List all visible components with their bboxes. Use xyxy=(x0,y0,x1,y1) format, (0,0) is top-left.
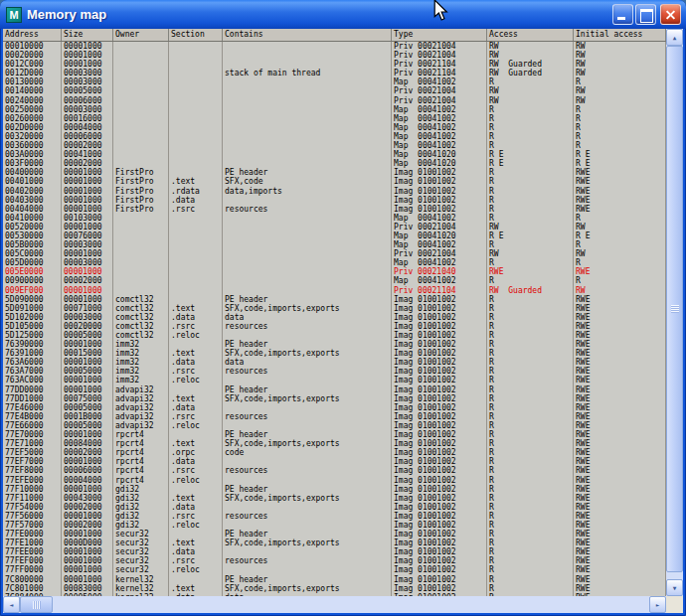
cell-owner: comctl32 xyxy=(113,331,169,340)
table-row[interactable]: 003F000000002000Map 00041020R ER E xyxy=(3,159,666,168)
title-bar[interactable]: M Memory map xyxy=(0,0,686,29)
table-row[interactable]: 77F1100000043000gdi32.textSFX,code,impor… xyxy=(3,494,666,503)
table-row[interactable]: 005E000000001000Priv 00021040RWERWE xyxy=(3,267,666,276)
table-row[interactable]: 77FE000000001000secur32PE headerImag 010… xyxy=(3,530,666,539)
cell-owner xyxy=(113,231,169,240)
cell-owner: rpcrt4 xyxy=(113,476,169,485)
table-row[interactable]: 0025000000003000Map 00041002RR xyxy=(3,105,666,114)
scroll-right-icon[interactable]: ► xyxy=(649,596,666,613)
table-row[interactable]: 0036000000002000Map 00041002RR xyxy=(3,141,666,150)
cell-address: 005E0000 xyxy=(3,267,62,276)
table-row[interactable]: 77FF000000001000secur32.relocImag 010010… xyxy=(3,565,666,574)
table-row[interactable]: 77F1000000001000gdi32PE headerImag 01001… xyxy=(3,485,666,494)
table-row[interactable]: 77EF800000006000rpcrt4.rsrcresourcesImag… xyxy=(3,466,666,475)
cell-owner: gdi32 xyxy=(113,512,169,521)
table-row[interactable]: 0040300000001000FirstPro.dataImag 010010… xyxy=(3,196,666,205)
cell-owner: comctl32 xyxy=(113,295,169,304)
scroll-left-icon[interactable]: ◄ xyxy=(3,596,20,613)
cell-type: Imag 01001002 xyxy=(392,466,487,475)
table-row[interactable]: 763A600000001000imm32.datadataImag 01001… xyxy=(3,358,666,367)
table-row[interactable]: 77EF700000001000rpcrt4.dataImag 01001002… xyxy=(3,457,666,466)
table-row[interactable]: 7639000000001000imm32PE headerImag 01001… xyxy=(3,340,666,349)
horizontal-scroll-track[interactable] xyxy=(20,596,649,613)
minimize-button[interactable] xyxy=(612,4,633,25)
column-header-size[interactable]: Size xyxy=(62,29,113,41)
scroll-up-icon[interactable]: ▲ xyxy=(666,29,683,46)
table-row[interactable]: 77E4600000005000advapi32.dataImag 010010… xyxy=(3,403,666,412)
horizontal-scroll-thumb[interactable] xyxy=(20,596,53,613)
table-row[interactable]: 77DD100000075000advapi32.textSFX,code,im… xyxy=(3,394,666,403)
table-row[interactable]: 0014000000005000Priv 00021004RWRW xyxy=(3,86,666,95)
table-row[interactable]: 763A700000005000imm32.rsrcresourcesImag … xyxy=(3,367,666,376)
table-row[interactable]: 77F5400000002000gdi32.dataImag 01001002R… xyxy=(3,503,666,512)
table-row[interactable]: 0024000000006000Priv 00021004RWRW xyxy=(3,96,666,105)
table-row[interactable]: 77FE10000000D000secur32.textSFX,code,imp… xyxy=(3,539,666,547)
cell-size: 00001000 xyxy=(62,385,113,394)
table-row[interactable]: 005B000000003000Map 00041002RR xyxy=(3,240,666,249)
column-header-initial-access[interactable]: Initial access xyxy=(574,29,666,41)
table-row[interactable]: 77FEE00000001000secur32.dataImag 0100100… xyxy=(3,547,666,556)
table-row[interactable]: 005C000000001000Priv 00021004RWRW xyxy=(3,249,666,258)
table-row[interactable]: 0040400000001000FirstPro.rsrcresourcesIm… xyxy=(3,205,666,214)
table-row[interactable]: 77FEF00000001000secur32.rsrcresourcesIma… xyxy=(3,556,666,565)
cell-size: 00001000 xyxy=(62,168,113,177)
table-row[interactable]: 0053000000076000Map 00041020R ER E xyxy=(3,231,666,240)
table-row[interactable]: 77E6600000005000advapi32.relocImag 01001… xyxy=(3,421,666,430)
horizontal-scrollbar[interactable]: ◄ ► xyxy=(3,596,666,613)
table-row[interactable]: 77E4B0000001B000advapi32.rsrcresourcesIm… xyxy=(3,412,666,421)
table-row[interactable]: 7639100000015000imm32.textSFX,code,impor… xyxy=(3,349,666,358)
cell-contains xyxy=(223,249,392,258)
vertical-scroll-track[interactable] xyxy=(666,46,683,579)
column-header-type[interactable]: Type xyxy=(392,29,487,41)
table-row[interactable]: 5D09100000071000comctl32.textSFX,code,im… xyxy=(3,304,666,313)
table-row[interactable]: 0040100000001000FirstPro.textSFX,codeIma… xyxy=(3,177,666,186)
column-header-owner[interactable]: Owner xyxy=(113,29,169,41)
table-row[interactable]: 0041000000103000Map 00041002RR xyxy=(3,214,666,223)
table-row[interactable]: 0090000000002000Map 00041002RR xyxy=(3,276,666,285)
cell-section: .data xyxy=(169,457,223,466)
table-row[interactable]: 0052000000001000Priv 00021004RWRW xyxy=(3,223,666,231)
table-row[interactable]: 002D000000004000Map 00041002RR xyxy=(3,123,666,132)
table-row[interactable]: 0002000000001000Priv 00021004RWRW xyxy=(3,51,666,60)
table-row[interactable]: 77F5600000001000gdi32.rsrcresourcesImag … xyxy=(3,512,666,521)
table-row[interactable]: 7C80000000001000kernel32PE headerImag 01… xyxy=(3,575,666,584)
table-row[interactable]: 0026000000016000Map 00041002RR xyxy=(3,114,666,123)
column-header-section[interactable]: Section xyxy=(169,29,223,41)
table-row[interactable]: 5D09000000001000comctl32PE headerImag 01… xyxy=(3,295,666,304)
vertical-scrollbar[interactable]: ▲ ▼ xyxy=(666,29,683,596)
column-header-contains[interactable]: Contains xyxy=(223,29,392,41)
table-row[interactable]: 77EF500000002000rpcrt4.orpccodeImag 0100… xyxy=(3,448,666,457)
table-row[interactable]: 0001000000001000Priv 00021004RWRW xyxy=(3,42,666,51)
column-header-address[interactable]: Address xyxy=(3,29,62,41)
close-button[interactable] xyxy=(660,4,681,25)
table-row[interactable]: 0013000000003000Map 00041002RR xyxy=(3,77,666,86)
cell-address: 77DD1000 xyxy=(3,394,62,403)
table-row[interactable]: 5D10200000003000comctl32.datadataImag 01… xyxy=(3,313,666,322)
table-row[interactable]: 003A000000041000Map 00041020R ER E xyxy=(3,150,666,159)
table-row[interactable]: 77EFE00000004000rpcrt4.relocImag 0100100… xyxy=(3,476,666,485)
table-row[interactable]: 5D10500000020000comctl32.rsrcresourcesIm… xyxy=(3,322,666,331)
table-row[interactable]: 0012C00000001000Priv 00021104RW GuardedR… xyxy=(3,60,666,69)
table-row[interactable]: 0040200000001000FirstPro.rdatadata,impor… xyxy=(3,187,666,196)
vertical-scroll-thumb[interactable] xyxy=(666,46,683,572)
table-row[interactable]: 77DD000000001000advapi32PE headerImag 01… xyxy=(3,385,666,394)
table-row[interactable]: 77E7000000001000rpcrt4PE headerImag 0100… xyxy=(3,430,666,439)
cell-contains xyxy=(223,86,392,95)
column-header-access[interactable]: Access xyxy=(487,29,574,41)
table-row[interactable]: 0040000000001000FirstProPE headerImag 01… xyxy=(3,168,666,177)
table-row[interactable]: 0032000000006000Map 00041002RR xyxy=(3,132,666,141)
table-row[interactable]: 77E7100000084000rpcrt4.textSFX,code,impo… xyxy=(3,439,666,448)
maximize-button[interactable] xyxy=(635,4,656,25)
table-row[interactable]: 763AC00000001000imm32.relocImag 01001002… xyxy=(3,376,666,385)
cell-address: 77EFE000 xyxy=(3,476,62,485)
cell-contains: resources xyxy=(223,322,392,331)
table-row[interactable]: 77F5700000002000gdi32.relocImag 01001002… xyxy=(3,521,666,530)
table-row[interactable]: 005D000000003000Map 00041002RR xyxy=(3,258,666,267)
cell-access: R xyxy=(487,304,574,313)
table-row[interactable]: 5D12500000005000comctl32.relocImag 01001… xyxy=(3,331,666,340)
table-row[interactable]: 7C80100000083000kernel32.textSFX,code,im… xyxy=(3,584,666,593)
table-row[interactable]: 009EF00000001000Priv 00021104RW GuardedR… xyxy=(3,286,666,295)
memory-map-window-icon[interactable]: M xyxy=(6,7,22,23)
table-row[interactable]: 0012D00000003000stack of main threadPriv… xyxy=(3,69,666,77)
scroll-down-icon[interactable]: ▼ xyxy=(666,579,683,596)
